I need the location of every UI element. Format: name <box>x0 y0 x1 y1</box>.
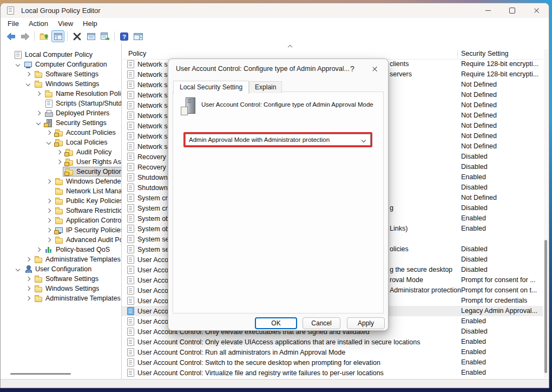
tree-item-label: Windows Settings <box>45 285 99 292</box>
expander-closed-icon[interactable] <box>45 129 52 136</box>
policy-doc-icon <box>127 256 134 264</box>
list-vertical-scrollbar[interactable] <box>544 49 548 378</box>
show-action-pane-button[interactable] <box>132 30 144 42</box>
close-button[interactable] <box>524 3 549 18</box>
tree-item-policy-based-qos[interactable]: Policy-based QoS <box>1 245 121 254</box>
expander-closed-icon[interactable] <box>24 70 32 78</box>
tree-item-label: User Rights Assignr <box>76 158 122 166</box>
expander-closed-icon[interactable] <box>45 217 52 224</box>
tree-item-local-computer-policy[interactable]: Local Computer Policy <box>1 50 121 60</box>
chevron-up-icon[interactable] <box>288 45 292 49</box>
scrollbar-thumb[interactable] <box>544 240 547 373</box>
tree-item-public-key-policies[interactable]: Public Key Policies <box>1 196 121 206</box>
expander-open-icon[interactable] <box>24 80 32 88</box>
tree-item-user-configuration[interactable]: User Configuration <box>1 264 121 274</box>
security-setting-value: Not Defined <box>461 101 497 109</box>
dialog-title-bar[interactable]: User Account Control: Configure type of … <box>168 59 388 79</box>
policy-row[interactable]: User Account Control: Switch to the secu… <box>122 357 543 368</box>
expander-closed-icon[interactable] <box>35 109 42 117</box>
tab-explain[interactable]: Explain <box>249 81 282 93</box>
folder-icon <box>55 197 63 205</box>
tree-item-account-policies[interactable]: Account Policies <box>1 128 121 138</box>
cancel-button[interactable]: Cancel <box>303 317 340 329</box>
dialog-close-icon <box>372 66 378 72</box>
expander-closed-icon[interactable] <box>55 148 63 156</box>
show-console-tree-button[interactable] <box>51 30 64 42</box>
tree-item-software-settings[interactable]: Software Settings <box>1 69 121 79</box>
expander-open-icon[interactable] <box>14 265 22 273</box>
security-setting-value: Legacy Admin Approval... <box>461 307 537 315</box>
expander-closed-icon[interactable] <box>45 226 52 234</box>
expander-closed-icon[interactable] <box>24 256 32 263</box>
tree-item-security-options[interactable]: Security Options <box>1 167 121 177</box>
tree-item-application-control-po[interactable]: Application Control Po <box>1 215 121 225</box>
ok-button[interactable]: OK <box>255 317 297 329</box>
expander-closed-icon[interactable] <box>45 236 52 244</box>
tree-item-administrative-templates[interactable]: Administrative Templates <box>1 254 121 264</box>
folder-lock-icon <box>55 139 63 146</box>
tree-item-ip-security-policies-on-l[interactable]: IP Security Policies on L <box>1 225 121 235</box>
tree-item-name-resolution-policy[interactable]: Name Resolution Policy <box>1 89 121 99</box>
menu-help[interactable]: Help <box>78 19 102 28</box>
admin-approval-mode-combobox[interactable]: Admin Approval Mode with Administrator p… <box>185 134 371 146</box>
minimize-button[interactable] <box>476 3 500 18</box>
expander-closed-icon[interactable] <box>35 90 42 97</box>
back-button[interactable] <box>4 30 17 42</box>
tab-local-security-setting[interactable]: Local Security Setting <box>173 81 249 94</box>
menu-action[interactable]: Action <box>24 19 53 28</box>
tree-item-windows-settings[interactable]: Windows Settings <box>1 284 121 293</box>
tree-horizontal-scrollbar[interactable] <box>10 373 71 375</box>
help-button[interactable]: ? <box>117 30 130 42</box>
tree-item-network-list-manager[interactable]: Network List Manager <box>1 186 121 196</box>
tree-item-computer-configuration[interactable]: Computer Configuration <box>1 60 121 69</box>
policy-name: Recovery <box>137 153 166 161</box>
policy-name: User Acco <box>137 277 168 284</box>
expander-closed-icon[interactable] <box>45 178 52 185</box>
forward-button[interactable] <box>18 30 31 42</box>
policy-row[interactable]: User Account Control: Only elevate UIAcc… <box>122 337 543 347</box>
expander-open-icon[interactable] <box>14 61 22 68</box>
column-header-security-setting[interactable]: Security Setting <box>461 50 509 57</box>
properties-button[interactable] <box>84 30 97 42</box>
up-one-level-button[interactable] <box>37 30 50 42</box>
expander-closed-icon[interactable] <box>24 275 32 283</box>
tree-item-advanced-audit-policy[interactable]: Advanced Audit Policy <box>1 235 121 245</box>
tree-item-windows-defender-fire[interactable]: Windows Defender Fire <box>1 177 121 186</box>
tree-item-scripts-startup-shutdown[interactable]: Scripts (Startup/Shutdown <box>1 99 121 108</box>
column-divider[interactable] <box>457 50 458 58</box>
expander-open-icon[interactable] <box>45 139 52 146</box>
tree-item-software-settings[interactable]: Software Settings <box>1 274 121 284</box>
menu-file[interactable]: File <box>3 19 24 28</box>
menu-view[interactable]: View <box>53 19 78 28</box>
tree-item-administrative-templates[interactable]: Administrative Templates <box>1 293 121 303</box>
policy-doc-icon <box>127 245 134 253</box>
expander-open-icon[interactable] <box>35 119 42 127</box>
policy-row[interactable]: User Account Control: Virtualize file an… <box>122 368 543 378</box>
policy-row[interactable]: User Account Control: Run all administra… <box>122 347 543 357</box>
tree-item-software-restriction-pc[interactable]: Software Restriction Pc <box>1 206 121 215</box>
dialog-buttons: OK Cancel Apply <box>168 317 388 329</box>
column-header-policy[interactable]: Policy <box>128 50 146 57</box>
policy-doc-icon <box>127 132 134 140</box>
dialog-close-button[interactable] <box>366 62 383 76</box>
expander-closed-icon[interactable] <box>24 295 32 302</box>
expander-closed-icon[interactable] <box>35 246 42 253</box>
expander-closed-icon[interactable] <box>45 207 52 214</box>
forward-arrow-icon <box>21 32 30 41</box>
tree-item-security-settings[interactable]: Security Settings <box>1 118 121 128</box>
tree-item-deployed-printers[interactable]: Deployed Printers <box>1 108 121 118</box>
expander-closed-icon[interactable] <box>24 285 32 292</box>
title-bar[interactable]: Local Group Policy Editor <box>1 3 549 18</box>
export-list-button[interactable] <box>98 30 111 42</box>
tree-item-user-rights-assignr[interactable]: User Rights Assignr <box>1 157 121 167</box>
policy-doc-icon <box>127 153 134 161</box>
tree-item-local-policies[interactable]: Local Policies <box>1 138 121 147</box>
expander-closed-icon[interactable] <box>45 197 52 205</box>
apply-button[interactable]: Apply <box>347 317 385 329</box>
tree-item-windows-settings[interactable]: Windows Settings <box>1 79 121 89</box>
maximize-button[interactable] <box>500 3 524 18</box>
delete-button[interactable] <box>70 30 83 42</box>
dialog-help-button[interactable]: ? <box>345 62 360 76</box>
expander-closed-icon[interactable] <box>55 158 63 166</box>
tree-item-audit-policy[interactable]: Audit Policy <box>1 147 121 157</box>
